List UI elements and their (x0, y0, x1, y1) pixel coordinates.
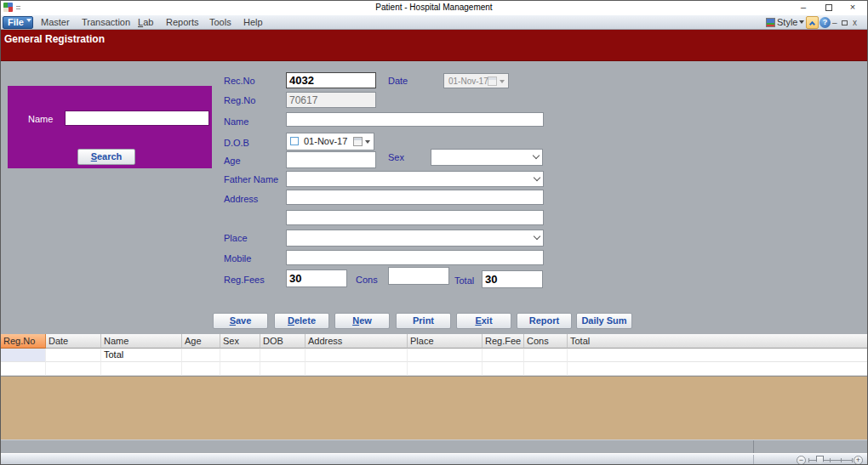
zoom-slider-track[interactable] (808, 460, 853, 461)
bottom-gray-strip (1, 439, 868, 453)
window-close-button[interactable]: × (842, 1, 864, 14)
cell-age (182, 349, 220, 362)
recno-label: Rec.No (224, 76, 255, 86)
mdi-restore-button[interactable] (842, 18, 848, 27)
table-row[interactable]: Total (1, 349, 868, 362)
delete-button[interactable]: Delete (274, 313, 329, 329)
cell-date (46, 349, 101, 362)
recno-input[interactable] (286, 72, 376, 88)
father-name-select[interactable] (286, 171, 544, 187)
total-input[interactable] (482, 270, 543, 288)
registration-table: Reg.No Date Name Age Sex DOB Address Pla… (1, 334, 868, 377)
search-name-input[interactable] (65, 111, 209, 126)
menu-help[interactable]: Help (243, 17, 263, 29)
zoom-out-button[interactable]: − (797, 456, 806, 465)
menu-bar: File Master Transaction Lab Reports Tool… (1, 15, 867, 30)
zoom-in-button[interactable]: + (854, 456, 863, 465)
new-button[interactable]: New (334, 313, 390, 329)
bottom-tan-panel (1, 376, 868, 439)
menu-file[interactable]: File (3, 16, 33, 29)
mobile-label: Mobile (224, 253, 251, 264)
cell-regfee (483, 362, 524, 376)
cell-dob (260, 349, 306, 362)
cell-address (306, 362, 408, 376)
place-select[interactable] (286, 230, 544, 247)
sex-select[interactable] (431, 149, 543, 166)
chevron-down-icon (534, 173, 540, 180)
zoom-control: − + (795, 455, 865, 465)
cell-date (46, 362, 101, 376)
calendar-caret-icon (500, 80, 505, 86)
zoom-tick (808, 458, 809, 462)
cell-place (408, 349, 483, 362)
daily-sum-button[interactable]: Daily Sum (576, 313, 632, 329)
cell-age (182, 362, 220, 376)
search-button[interactable]: Search (77, 149, 135, 165)
dob-calendar-button[interactable] (353, 137, 372, 147)
save-button[interactable]: Save (213, 313, 268, 329)
cell-sex (220, 349, 260, 362)
help-button[interactable]: ? (819, 17, 831, 28)
cell-name: Total (101, 349, 182, 362)
column-header-sex[interactable]: Sex (220, 334, 260, 349)
collapse-ribbon-button[interactable] (806, 16, 819, 29)
column-header-dob[interactable]: DOB (260, 334, 306, 349)
column-header-total[interactable]: Total (568, 334, 868, 349)
restore-icon (842, 20, 848, 26)
window-maximize-button[interactable] (818, 1, 840, 14)
cell-regno (1, 362, 46, 376)
zoom-slider-thumb[interactable] (816, 456, 824, 465)
window-minimize-button[interactable]: – (792, 1, 814, 14)
date-picker: 01-Nov-17 (443, 73, 509, 88)
table-header-row: Reg.No Date Name Age Sex DOB Address Pla… (1, 334, 868, 349)
exit-mnemonic: E (475, 315, 481, 326)
menu-reports[interactable]: Reports (166, 17, 199, 29)
menu-tools[interactable]: Tools (209, 17, 231, 29)
title-bar: Patient - Hospital Management – × (1, 1, 867, 15)
zoom-tick (852, 458, 853, 462)
regfees-input[interactable] (286, 269, 347, 287)
exit-button[interactable]: Exit (456, 313, 511, 329)
age-input[interactable] (286, 151, 376, 168)
chevron-down-icon (533, 152, 540, 159)
column-header-place[interactable]: Place (408, 334, 483, 349)
address-label: Address (224, 194, 258, 204)
column-header-name[interactable]: Name (101, 334, 182, 349)
save-label: ave (236, 315, 251, 326)
zoom-tick (841, 458, 842, 462)
name-label: Name (224, 116, 248, 127)
column-header-cons[interactable]: Cons (524, 334, 568, 349)
report-button[interactable]: Report (517, 313, 572, 329)
column-header-age[interactable]: Age (182, 334, 220, 349)
dob-checkbox[interactable] (290, 137, 299, 145)
regno-input (286, 92, 376, 108)
mdi-close-button[interactable]: x (853, 18, 857, 27)
menu-lab[interactable]: Lab (138, 17, 153, 29)
menu-master[interactable]: Master (41, 17, 70, 29)
style-dropdown[interactable]: Style (766, 17, 804, 29)
address-input-1[interactable] (286, 190, 544, 205)
name-input[interactable] (286, 112, 544, 127)
dob-picker[interactable]: 01-Nov-17 (286, 133, 374, 150)
calendar-icon (488, 77, 497, 86)
mobile-input[interactable] (286, 250, 544, 265)
maximize-icon (825, 4, 832, 11)
column-header-regfee[interactable]: Reg.Fee (483, 334, 524, 349)
zoom-tick (830, 458, 831, 462)
column-header-address[interactable]: Address (306, 334, 408, 349)
new-mnemonic: N (352, 315, 359, 326)
cons-input[interactable] (388, 267, 449, 285)
table-row[interactable] (1, 362, 868, 376)
cell-total (568, 362, 868, 376)
print-button[interactable]: Print (396, 313, 451, 329)
page-title: General Registration (4, 33, 105, 45)
style-caret-icon (799, 20, 804, 26)
search-button-label: earch (97, 151, 122, 162)
column-header-date[interactable]: Date (46, 334, 101, 349)
address-input-2[interactable] (286, 210, 544, 225)
cell-total (568, 349, 868, 362)
column-header-regno[interactable]: Reg.No (1, 334, 46, 349)
place-label: Place (224, 233, 248, 243)
menu-transaction[interactable]: Transaction (82, 17, 130, 29)
mdi-minimize-button[interactable]: – (832, 18, 837, 27)
